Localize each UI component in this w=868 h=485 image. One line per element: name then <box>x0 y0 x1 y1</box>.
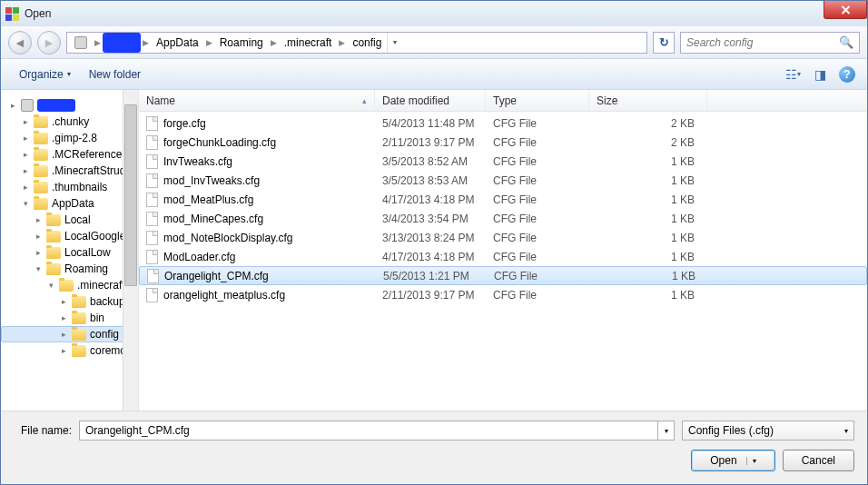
drive-icon <box>21 99 34 112</box>
expand-icon[interactable]: ▸ <box>34 232 43 241</box>
tree-item[interactable]: ▸.MCReferenceS <box>1 146 138 163</box>
tree-item[interactable]: ▸xxx <box>1 97 138 114</box>
tree-item[interactable]: ▸.chunky <box>1 114 138 130</box>
expand-icon[interactable]: ▸ <box>59 313 68 322</box>
file-type-filter[interactable]: Config Files (.cfg)▾ <box>682 421 854 440</box>
folder-icon <box>34 198 48 210</box>
expand-icon[interactable]: ▸ <box>59 346 68 355</box>
cancel-button[interactable]: Cancel <box>783 450 854 471</box>
organize-button[interactable]: Organize ▾ <box>10 64 80 84</box>
tree-item[interactable]: ▸.thumbnails <box>1 179 138 195</box>
app-icon <box>5 6 19 21</box>
file-list-body[interactable]: forge.cfg5/4/2013 11:48 PMCFG File2 KBfo… <box>139 112 867 411</box>
file-row[interactable]: mod_NoteBlockDisplay.cfg3/13/2013 8:24 P… <box>139 228 867 247</box>
search-icon[interactable]: 🔍 <box>839 35 853 49</box>
close-button[interactable] <box>824 1 867 19</box>
tree-item-label: LocalGoogle <box>64 230 125 242</box>
file-row[interactable]: mod_MeatPlus.cfg4/17/2013 4:18 PMCFG Fil… <box>139 190 867 209</box>
refresh-button[interactable]: ↻ <box>653 32 675 54</box>
tree-item[interactable]: ▾AppData <box>1 195 138 212</box>
file-size: 1 KB <box>589 193 707 206</box>
open-button[interactable]: Open▾ <box>691 450 774 471</box>
tree-item[interactable]: ▸bin <box>1 310 138 326</box>
filename-input[interactable] <box>79 421 658 440</box>
file-row[interactable]: Orangelight_CPM.cfg5/5/2013 1:21 PMCFG F… <box>139 266 867 285</box>
expand-icon[interactable]: ▸ <box>34 215 43 224</box>
expand-icon[interactable]: ▸ <box>34 248 43 257</box>
file-row[interactable]: forgeChunkLoading.cfg2/11/2013 9:17 PMCF… <box>139 133 867 152</box>
collapse-icon[interactable]: ▾ <box>34 264 43 273</box>
breadcrumb-user-redacted[interactable]: xxx <box>103 33 141 53</box>
breadcrumb-item[interactable]: config <box>347 33 387 53</box>
tree-item-label: .thumbnails <box>52 181 107 193</box>
folder-tree[interactable]: ▸xxx▸.chunky▸.gimp-2.8▸.MCReferenceS▸.Mi… <box>1 90 139 411</box>
file-size: 1 KB <box>589 155 707 168</box>
forward-button[interactable]: ► <box>37 31 61 54</box>
file-row[interactable]: ModLoader.cfg4/17/2013 4:18 PMCFG File1 … <box>139 247 867 266</box>
open-split-dropdown[interactable]: ▾ <box>746 457 756 465</box>
file-row[interactable]: InvTweaks.cfg3/5/2013 8:52 AMCFG File1 K… <box>139 152 867 171</box>
collapse-icon[interactable]: ▾ <box>46 281 55 290</box>
new-folder-button[interactable]: New folder <box>80 64 150 84</box>
expand-icon[interactable]: ▸ <box>8 101 17 110</box>
folder-icon <box>34 165 48 177</box>
tree-item-label: .gimp-2.8 <box>52 132 97 144</box>
expand-icon[interactable]: ▸ <box>21 117 30 126</box>
view-options-button[interactable]: ☷ ▾ <box>782 64 804 85</box>
title-bar: Open <box>1 1 867 26</box>
tree-item[interactable]: ▸LocalLow <box>1 244 138 261</box>
tree-item[interactable]: ▾.minecraft <box>1 277 138 293</box>
filename-history-dropdown[interactable]: ▾ <box>658 421 675 440</box>
column-type[interactable]: Type <box>486 90 589 111</box>
address-bar-row: ◄ ► ▶ xxx ▶ AppData▶Roaming▶.minecraft▶c… <box>1 26 867 59</box>
file-date: 4/17/2013 4:18 PM <box>375 193 486 206</box>
breadcrumb-item[interactable]: Roaming <box>214 33 269 53</box>
file-row[interactable]: orangelight_meatplus.cfg2/11/2013 9:17 P… <box>139 285 867 304</box>
expand-icon[interactable]: ▸ <box>59 330 68 339</box>
expand-icon[interactable]: ▸ <box>21 166 30 175</box>
tree-item[interactable]: ▸config <box>1 326 138 342</box>
folder-icon <box>34 116 48 128</box>
column-date[interactable]: Date modified <box>375 90 486 111</box>
tree-item[interactable]: ▸Local <box>1 212 138 228</box>
tree-item[interactable]: ▸backups <box>1 293 138 310</box>
search-box[interactable]: 🔍 <box>680 32 860 54</box>
help-icon: ? <box>839 66 855 83</box>
breadcrumb-item[interactable]: .minecraft <box>279 33 338 53</box>
file-size: 2 KB <box>589 117 707 130</box>
file-row[interactable]: forge.cfg5/4/2013 11:48 PMCFG File2 KB <box>139 114 867 133</box>
breadcrumb-root[interactable] <box>69 33 93 53</box>
tree-item-label: Local <box>64 213 91 226</box>
tree-item[interactable]: ▾Roaming <box>1 261 138 277</box>
file-date: 3/13/2013 8:24 PM <box>375 232 486 244</box>
file-type: CFG File <box>486 174 589 187</box>
expand-icon[interactable]: ▸ <box>59 297 68 306</box>
help-button[interactable]: ? <box>836 64 858 85</box>
column-name[interactable]: Name▴ <box>139 90 375 111</box>
expand-icon[interactable]: ▸ <box>21 134 30 143</box>
file-type: CFG File <box>486 232 589 244</box>
tree-item[interactable]: ▸coremod <box>1 342 138 359</box>
folder-icon <box>59 280 74 292</box>
preview-pane-button[interactable]: ◨ <box>809 64 831 85</box>
collapse-icon[interactable]: ▾ <box>21 199 30 208</box>
open-file-dialog: Open ◄ ► ▶ xxx ▶ AppData▶Roaming▶.minecr… <box>0 0 868 485</box>
breadcrumb-item[interactable]: AppData <box>151 33 204 53</box>
breadcrumb[interactable]: ▶ xxx ▶ AppData▶Roaming▶.minecraft▶confi… <box>66 32 647 54</box>
tree-item[interactable]: ▸LocalGoogle <box>1 228 138 244</box>
tree-item[interactable]: ▸.MinecraftStruc <box>1 163 138 179</box>
file-row[interactable]: mod_MineCapes.cfg3/4/2013 3:54 PMCFG Fil… <box>139 209 867 228</box>
file-icon <box>146 116 158 131</box>
sort-indicator-icon: ▴ <box>362 96 367 105</box>
breadcrumb-dropdown[interactable]: ▾ <box>387 33 401 53</box>
expand-icon[interactable]: ▸ <box>21 150 30 159</box>
back-button[interactable]: ◄ <box>8 31 32 54</box>
file-name: mod_MeatPlus.cfg <box>163 193 253 206</box>
file-icon <box>146 173 158 188</box>
file-row[interactable]: mod_InvTweaks.cfg3/5/2013 8:53 AMCFG Fil… <box>139 171 867 190</box>
expand-icon[interactable]: ▸ <box>21 183 30 192</box>
tree-item[interactable]: ▸.gimp-2.8 <box>1 130 138 146</box>
column-size[interactable]: Size <box>589 90 707 111</box>
search-input[interactable] <box>686 36 839 49</box>
tree-scrollbar[interactable] <box>123 90 138 411</box>
